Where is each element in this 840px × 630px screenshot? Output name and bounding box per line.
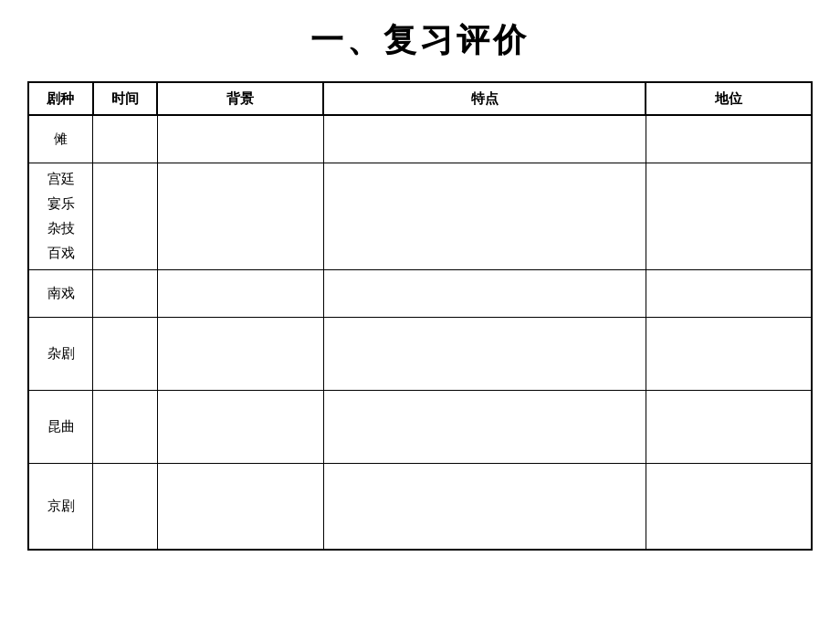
table-row: 傩 <box>28 115 812 163</box>
cell-tedian-3 <box>323 317 646 390</box>
cell-beijing-3 <box>157 317 323 390</box>
cell-juzhong-1: 宫廷宴乐杂技百戏 <box>28 163 93 269</box>
cell-shijian-0 <box>93 115 158 163</box>
page-title: 一、复习评价 <box>310 18 530 63</box>
cell-shijian-4 <box>93 390 158 463</box>
cell-shijian-5 <box>93 463 158 550</box>
review-table: 剧种 时间 背景 特点 地位 傩 宫廷宴乐杂技百戏 南戏 <box>27 81 813 551</box>
cell-tedian-2 <box>323 269 646 317</box>
cell-tedian-1 <box>323 163 646 269</box>
cell-beijing-4 <box>157 390 323 463</box>
table-row: 昆曲 <box>28 390 812 463</box>
cell-shijian-1 <box>93 163 158 269</box>
cell-tedian-4 <box>323 390 646 463</box>
cell-tedian-0 <box>323 115 646 163</box>
cell-shijian-3 <box>93 317 158 390</box>
table-row: 京剧 <box>28 463 812 550</box>
cell-shijian-2 <box>93 269 158 317</box>
cell-beijing-0 <box>157 115 323 163</box>
cell-juzhong-0: 傩 <box>28 115 93 163</box>
cell-juzhong-2: 南戏 <box>28 269 93 317</box>
header-beijing: 背景 <box>157 82 323 115</box>
cell-diwei-3 <box>646 317 812 390</box>
cell-juzhong-4: 昆曲 <box>28 390 93 463</box>
cell-diwei-5 <box>646 463 812 550</box>
cell-diwei-2 <box>646 269 812 317</box>
header-shijian: 时间 <box>93 82 158 115</box>
header-tedian: 特点 <box>323 82 646 115</box>
table-row: 杂剧 <box>28 317 812 390</box>
cell-beijing-5 <box>157 463 323 550</box>
table-row: 南戏 <box>28 269 812 317</box>
header-juzhong: 剧种 <box>28 82 93 115</box>
cell-tedian-5 <box>323 463 646 550</box>
cell-juzhong-5: 京剧 <box>28 463 93 550</box>
cell-diwei-1 <box>646 163 812 269</box>
cell-beijing-2 <box>157 269 323 317</box>
cell-diwei-4 <box>646 390 812 463</box>
table-row: 宫廷宴乐杂技百戏 <box>28 163 812 269</box>
cell-diwei-0 <box>646 115 812 163</box>
cell-juzhong-3: 杂剧 <box>28 317 93 390</box>
cell-beijing-1 <box>157 163 323 269</box>
header-diwei: 地位 <box>646 82 812 115</box>
